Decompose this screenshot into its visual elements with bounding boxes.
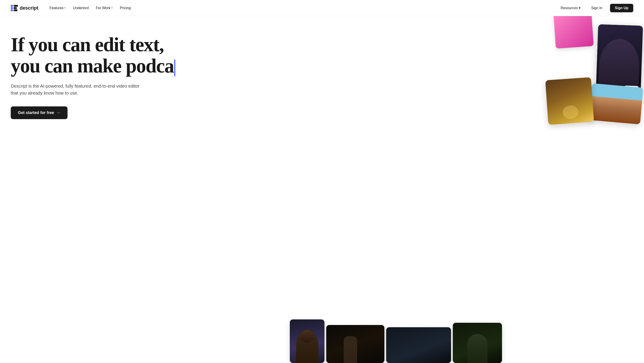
logo[interactable]: descript (11, 5, 38, 11)
hero-content: If you can edit text, you can make podca… (11, 34, 226, 119)
people-silhouette (598, 38, 640, 95)
video-thumbnail-1 (290, 320, 324, 363)
sign-in-button[interactable]: Sign In (587, 4, 606, 12)
video-thumbnail-4 (453, 323, 502, 363)
hero-image-pink (554, 16, 594, 49)
hero-section: If you can edit text, you can make podca… (0, 16, 644, 363)
svg-rect-5 (14, 9, 18, 11)
features-chevron-icon: ▾ (64, 6, 66, 9)
nav-pricing[interactable]: Pricing (117, 4, 134, 12)
cta-arrow-icon: → (56, 110, 60, 115)
svg-rect-0 (11, 5, 13, 7)
descript-logo-icon (11, 5, 18, 11)
hero-image-landscape (589, 83, 643, 124)
nav-right: Resources ▾ Sign In Sign Up (558, 4, 633, 12)
resources-chevron-icon: ▾ (579, 6, 580, 10)
nav-left: descript Features ▾ Underlord For Work ▾… (11, 4, 134, 12)
video-thumbnail-2 (326, 325, 384, 363)
svg-rect-1 (11, 7, 13, 9)
get-started-button[interactable]: Get started for free → (11, 106, 68, 119)
like-badge: Like that. (624, 86, 639, 90)
logo-wordmark: descript (20, 5, 38, 11)
hero-headline: If you can edit text, you can make podca (11, 34, 226, 76)
nav-for-work[interactable]: For Work ▾ (93, 4, 116, 12)
nav-features[interactable]: Features ▾ (46, 4, 69, 12)
text-cursor-icon (174, 59, 175, 76)
navbar: descript Features ▾ Underlord For Work ▾… (0, 0, 644, 16)
for-work-chevron-icon: ▾ (111, 6, 113, 9)
hero-bottom-video-cards (290, 320, 644, 363)
hero-image-food (545, 77, 594, 125)
hero-image-collage: Like that. (528, 16, 644, 359)
nav-links: Features ▾ Underlord For Work ▾ Pricing (46, 4, 134, 12)
svg-rect-4 (14, 7, 17, 9)
hero-subtext: Descript is the AI-powered, fully featur… (11, 83, 140, 97)
sign-up-button[interactable]: Sign Up (610, 4, 633, 12)
hero-image-people: Like that. (596, 24, 643, 95)
people-background: Like that. (596, 24, 643, 95)
nav-resources[interactable]: Resources ▾ (558, 4, 584, 12)
svg-rect-2 (11, 9, 13, 11)
video-thumbnail-3 (386, 327, 451, 363)
svg-rect-3 (14, 5, 18, 7)
nav-underlord[interactable]: Underlord (70, 4, 92, 12)
